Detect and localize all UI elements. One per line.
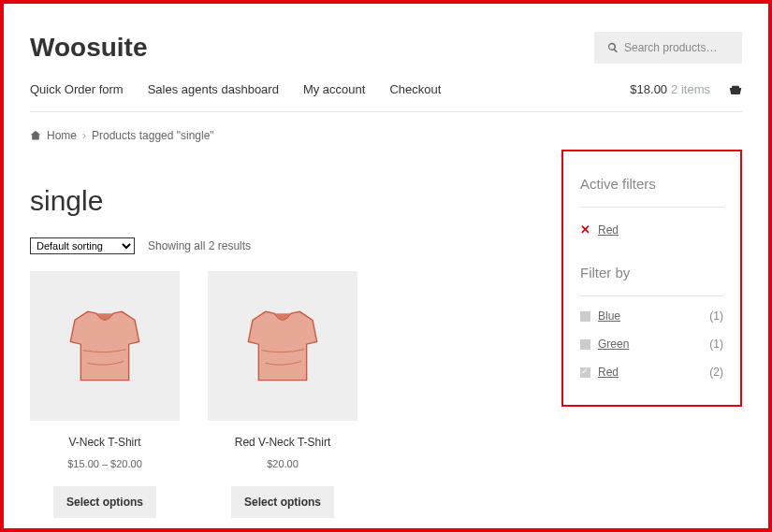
basket-icon[interactable] [729,84,742,95]
search-icon [607,42,619,53]
product-name: Red V-Neck T-Shirt [208,436,357,449]
tshirt-icon [231,295,334,397]
remove-filter-icon[interactable]: ✕ [580,223,590,237]
filter-option-blue[interactable]: Blue (1) [580,302,723,330]
breadcrumb-current: Products tagged "single" [92,129,214,142]
filter-option-label: Blue [598,309,620,323]
filter-option-label: Green [598,338,629,351]
search-input[interactable] [624,41,729,54]
cart-price: $18.00 [630,82,667,96]
cart-summary[interactable]: $18.00 2 items [630,82,710,96]
product-card[interactable]: V-Neck T-Shirt $15.00 – $20.00 Select op… [30,271,180,518]
filter-option-green[interactable]: Green (1) [580,330,723,358]
checkbox-icon[interactable] [580,311,590,322]
breadcrumb-home[interactable]: Home [47,129,77,142]
product-price: $20.00 [208,458,357,469]
filter-sidebar: Active filters ✕ Red Filter by Blue [561,150,742,407]
filter-option-count: (2) [709,366,723,379]
divider [580,295,723,296]
product-name: V-Neck T-Shirt [30,436,180,449]
sort-select[interactable]: Default sorting [30,237,135,254]
cart-items: 2 items [671,82,710,96]
active-filter-item[interactable]: ✕ Red [580,208,723,265]
select-options-button[interactable]: Select options [53,486,156,518]
main-nav: Quick Order form Sales agents dashboard … [30,82,441,96]
site-title: Woosuite [30,33,147,63]
product-image [208,271,357,421]
select-options-button[interactable]: Select options [231,486,334,518]
active-filters-heading: Active filters [580,176,723,192]
checkbox-icon[interactable] [580,339,590,350]
breadcrumb-sep: › [82,129,86,142]
product-card[interactable]: Red V-Neck T-Shirt $20.00 Select options [208,271,357,518]
nav-checkout[interactable]: Checkout [389,82,441,96]
active-filter-label: Red [598,223,619,237]
filter-option-count: (1) [709,309,723,323]
filter-option-label: Red [598,366,619,379]
checkbox-icon[interactable] [580,367,590,378]
nav-quick-order[interactable]: Quick Order form [30,82,124,96]
product-price: $15.00 – $20.00 [30,458,180,469]
product-image [30,271,180,421]
filter-option-count: (1) [709,338,723,351]
tshirt-icon [53,295,156,397]
search-box[interactable] [594,32,742,64]
nav-sales-agents[interactable]: Sales agents dashboard [148,82,279,96]
home-icon [30,130,41,141]
filter-option-red[interactable]: Red (2) [580,358,723,386]
nav-my-account[interactable]: My account [303,82,365,96]
page-title: single [30,185,533,217]
filter-by-heading: Filter by [580,265,723,280]
result-count: Showing all 2 results [148,239,251,252]
